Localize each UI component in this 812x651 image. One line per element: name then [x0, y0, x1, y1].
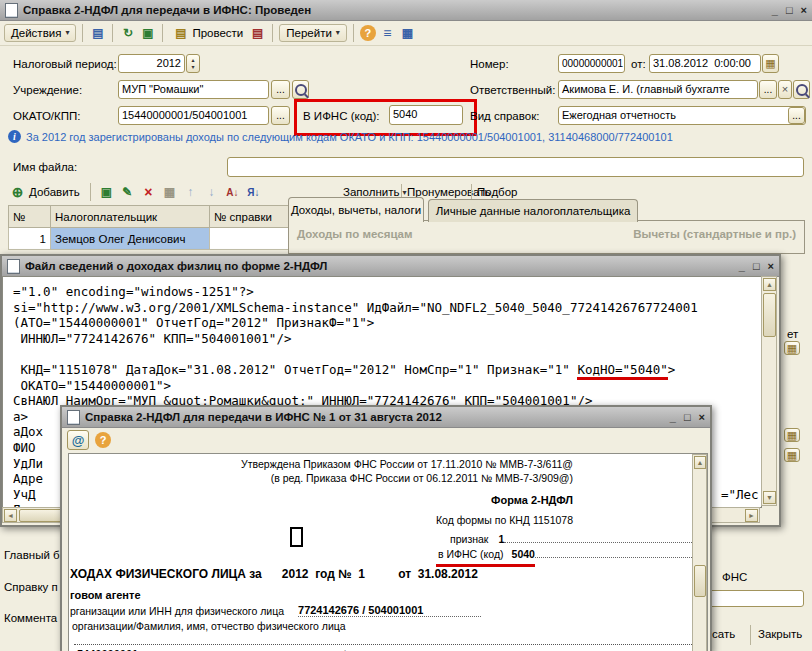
file-name-field[interactable]: NO_NDFL2_5040_5040_7724142676772400101_2…	[227, 157, 804, 177]
separator	[112, 24, 113, 42]
delete-row-icon[interactable]: ×	[140, 184, 157, 201]
xml-line: ="1.0" encoding="windows-1251"?>	[13, 284, 757, 300]
close-icon[interactable]: ×	[801, 4, 807, 16]
add-row-button[interactable]: ⊕ Добавить	[6, 182, 83, 203]
minimize-icon[interactable]: _	[772, 4, 778, 16]
cell-taxpayer[interactable]: Земцов Олег Денисович	[51, 228, 210, 250]
unpost-icon[interactable]: ▤	[249, 24, 266, 41]
help-icon[interactable]: ?	[95, 432, 111, 448]
inn-label: рганизации или ИНН для физического лица	[70, 605, 284, 617]
responsible-ellipsis-button[interactable]: ...	[759, 80, 777, 99]
print-window: Справка 2-НДФЛ для передачи в ИФНС № 1 о…	[60, 405, 712, 651]
write-icon[interactable]: ▤	[89, 24, 106, 41]
kodno-post: >	[668, 362, 676, 377]
move-down-icon[interactable]: ↓	[203, 184, 220, 201]
col-number[interactable]: №	[9, 206, 51, 228]
info-text: За 2012 год зарегистрированы доходы по с…	[26, 131, 673, 143]
minimize-icon[interactable]: _	[670, 411, 676, 423]
copy-row-icon[interactable]: ▣	[98, 184, 115, 201]
actions-button[interactable]: Действия ▾	[4, 24, 76, 42]
number-field[interactable]: 00000000001	[558, 54, 625, 73]
kind-ellipsis-button[interactable]: ...	[788, 107, 805, 124]
signed-by-label-fragment: Справку п	[4, 581, 58, 593]
sort-desc-icon[interactable]: Я↓	[245, 184, 262, 201]
xml-vertical-scrollbar[interactable]: ▲ ▼	[761, 276, 777, 506]
org-field[interactable]: МУП "Ромашки"	[118, 80, 269, 99]
tab-income[interactable]: Доходы, вычеты, налоги	[288, 197, 424, 222]
table-header-row: № Налогоплательщик № справки	[9, 206, 307, 228]
cell-number[interactable]: 1	[9, 228, 51, 250]
okato-ellipsis-button[interactable]: ...	[271, 106, 290, 125]
maximize-icon[interactable]: □	[786, 4, 793, 16]
calendar-button-fragment[interactable]: ▦	[784, 448, 800, 462]
scroll-up-icon[interactable]: ▲	[694, 456, 706, 469]
new-document-icon[interactable]: ▣	[139, 24, 156, 41]
org-ellipsis-button[interactable]: ...	[271, 80, 290, 99]
inn-value: 7724142676 / 504001001	[298, 604, 481, 617]
close-button[interactable]: Закрыть	[758, 628, 802, 640]
form-name: Форма 2-НДФЛ	[491, 494, 573, 506]
goto-label: Перейти	[286, 27, 332, 39]
kind-field[interactable]: Ежегодная отчетность	[558, 106, 806, 125]
scroll-left-icon[interactable]: ◄	[4, 509, 17, 522]
goto-button[interactable]: Перейти ▾	[279, 24, 347, 42]
xml-line: ИННЮЛ="7724142676" КПП="504001001"/>	[13, 331, 757, 347]
spin-down-icon[interactable]: ▾	[191, 64, 194, 71]
tab-personal[interactable]: Личные данные налогоплательщика	[428, 199, 638, 222]
main-titlebar[interactable]: Справка 2-НДФЛ для передачи в ИФНС: Пров…	[0, 0, 812, 21]
ifns-code-field[interactable]: 5040	[389, 105, 463, 125]
pick-label: Подбор	[477, 186, 518, 198]
xml-titlebar[interactable]: Файл сведений о доходах физлиц по форме …	[2, 256, 779, 277]
okato-field[interactable]: 15440000001/504001001	[118, 106, 269, 125]
priznak-value: 1	[498, 533, 504, 545]
org-search-button[interactable]	[292, 80, 309, 99]
print-titlebar[interactable]: Справка 2-НДФЛ для передачи в ИФНС № 1 о…	[62, 407, 710, 428]
spin-up-icon[interactable]: ▴	[191, 57, 194, 64]
calendar-button-fragment[interactable]: ▦	[784, 341, 800, 355]
scroll-thumb[interactable]	[694, 565, 706, 597]
responsible-search-button[interactable]	[793, 80, 810, 99]
lock-row-icon[interactable]: ▦	[161, 184, 178, 201]
period-label: Налоговый период:	[13, 58, 117, 70]
send-email-button[interactable]: @	[67, 430, 89, 450]
post-button[interactable]: ▤ Провести	[169, 22, 246, 43]
sort-asc-icon[interactable]: А↓	[224, 184, 241, 201]
list-settings-icon[interactable]: ≡	[379, 24, 396, 41]
period-field[interactable]: 2012	[118, 54, 185, 73]
approved-line-2: (в ред. Приказа ФНС России от 06.12.2011…	[271, 472, 573, 484]
calendar-icon: ▦	[787, 430, 797, 441]
scroll-right-icon[interactable]: ►	[745, 509, 758, 522]
scroll-thumb[interactable]	[763, 293, 776, 337]
table-row[interactable]: 1 Земцов Олег Денисович 1	[9, 228, 307, 250]
close-icon[interactable]: ×	[699, 411, 705, 423]
xml-line	[13, 346, 757, 362]
responsible-field[interactable]: Акимова Е. И. (главный бухгалте	[558, 80, 758, 99]
calendar-button-fragment[interactable]: ▦	[784, 428, 800, 442]
help-icon[interactable]: ?	[360, 25, 376, 41]
okato-label: ОКАТО/КПП:	[13, 110, 81, 122]
move-up-icon[interactable]: ↑	[182, 184, 199, 201]
maximize-icon[interactable]: □	[753, 260, 760, 272]
scroll-down-icon[interactable]: ▼	[763, 491, 776, 504]
print-vertical-scrollbar[interactable]: ▲	[692, 454, 707, 651]
signer-field-fragment[interactable]	[704, 590, 804, 607]
close-icon[interactable]: ×	[768, 260, 774, 272]
minimize-icon[interactable]: _	[739, 260, 745, 272]
responsible-clear-button[interactable]: ×	[778, 80, 792, 99]
view-settings-icon[interactable]: ▦	[399, 24, 416, 41]
xml-line-kodno: КНД="1151078" ДатаДок="31.08.2012" Отчет…	[13, 362, 757, 378]
document-icon	[7, 259, 20, 274]
calendar-icon: ▦	[765, 58, 775, 69]
scroll-up-icon[interactable]: ▲	[763, 278, 776, 291]
search-icon	[295, 84, 307, 96]
edit-row-icon[interactable]: ✎	[119, 184, 136, 201]
maximize-icon[interactable]: □	[684, 411, 691, 423]
period-stepper[interactable]: ▴ ▾	[186, 54, 200, 73]
date-field[interactable]: 31.08.2012 0:00:00	[649, 54, 761, 73]
priznak-label: признак	[450, 533, 488, 545]
refresh-icon[interactable]: ↻	[119, 24, 136, 41]
col-taxpayer[interactable]: Налогоплательщик	[51, 206, 210, 228]
pick-button[interactable]: Подбор	[474, 184, 521, 200]
write-button[interactable]: сать	[712, 628, 735, 640]
date-calendar-button[interactable]: ▦	[762, 54, 779, 73]
